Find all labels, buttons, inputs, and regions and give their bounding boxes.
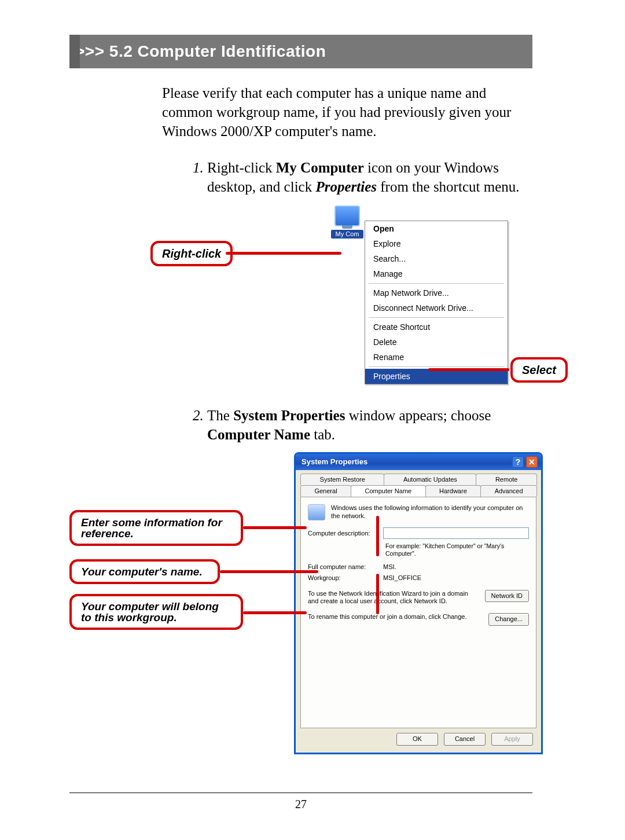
menu-map-drive[interactable]: Map Network Drive... bbox=[365, 285, 508, 300]
description-label: Computer description: bbox=[308, 530, 377, 537]
connector-description-v bbox=[376, 516, 379, 556]
step1-pre: Right-click bbox=[207, 160, 276, 175]
computer-name-panel: Windows uses the following information t… bbox=[300, 497, 536, 728]
tab-strip: System Restore Automatic Updates Remote … bbox=[296, 470, 541, 497]
workgroup-label: Workgroup: bbox=[308, 574, 377, 582]
tab-remote[interactable]: Remote bbox=[476, 474, 537, 485]
fullname-value: MSI. bbox=[383, 563, 396, 571]
connector-right-click bbox=[226, 252, 341, 255]
menu-manage[interactable]: Manage bbox=[365, 266, 508, 281]
callout-description: Enter some information for reference. bbox=[69, 510, 243, 546]
figure-system-properties: System Properties ? ✕ System Restore Aut… bbox=[69, 452, 532, 782]
panel-info-text: Windows uses the following information t… bbox=[331, 504, 529, 519]
close-button[interactable]: ✕ bbox=[526, 456, 538, 468]
intro-paragraph: Please verify that each computer has a u… bbox=[162, 83, 532, 141]
description-hint: For example: "Kitchen Computer" or "Mary… bbox=[385, 542, 529, 557]
step2-pre: The bbox=[207, 408, 233, 423]
step2-post: tab. bbox=[310, 427, 335, 442]
wizard-text: To use the Network Identification Wizard… bbox=[308, 590, 479, 605]
step2-mid: window appears; choose bbox=[345, 408, 491, 423]
dialog-titlebar: System Properties ? ✕ bbox=[296, 454, 541, 470]
step2-b2: Computer Name bbox=[207, 427, 310, 442]
tab-advanced[interactable]: Advanced bbox=[480, 485, 537, 497]
tab-hardware[interactable]: Hardware bbox=[425, 485, 481, 497]
workgroup-value: MSI_OFFICE bbox=[383, 574, 421, 582]
section-heading-text: >>> 5.2 Computer Identification bbox=[69, 42, 326, 61]
menu-open[interactable]: Open bbox=[365, 221, 508, 236]
menu-divider bbox=[369, 366, 504, 367]
my-computer-label: My Com bbox=[331, 230, 363, 239]
steps-list-2: The System Properties window appears; ch… bbox=[174, 406, 532, 444]
menu-delete[interactable]: Delete bbox=[365, 335, 508, 350]
connector-workgroup-v bbox=[376, 574, 379, 614]
page-number: 27 bbox=[295, 798, 307, 810]
callout-workgroup: Your computer will belong to this workgr… bbox=[69, 594, 243, 630]
system-properties-dialog: System Properties ? ✕ System Restore Aut… bbox=[294, 452, 543, 754]
computer-icon bbox=[308, 504, 325, 520]
step2-b1: System Properties bbox=[233, 408, 345, 423]
menu-disconnect-drive[interactable]: Disconnect Network Drive... bbox=[365, 300, 508, 316]
fullname-label: Full computer name: bbox=[308, 563, 377, 571]
step-1: Right-click My Computer icon on your Win… bbox=[207, 158, 532, 196]
monitor-icon bbox=[334, 206, 360, 226]
step1-b2: Properties bbox=[315, 179, 377, 195]
connector-description bbox=[243, 526, 307, 529]
callout-right-click: Right-click bbox=[150, 241, 233, 266]
network-id-button[interactable]: Network ID bbox=[485, 590, 529, 602]
steps-list: Right-click My Computer icon on your Win… bbox=[174, 158, 532, 196]
menu-create-shortcut[interactable]: Create Shortcut bbox=[365, 320, 508, 335]
menu-explore[interactable]: Explore bbox=[365, 236, 508, 251]
apply-button[interactable]: Apply bbox=[491, 733, 533, 745]
tab-general[interactable]: General bbox=[300, 485, 351, 497]
context-menu: Open Explore Search... Manage Map Networ… bbox=[365, 221, 508, 384]
dialog-title: System Properties bbox=[302, 457, 367, 467]
menu-divider bbox=[369, 283, 504, 284]
change-button[interactable]: Change... bbox=[488, 613, 529, 625]
tab-computer-name[interactable]: Computer Name bbox=[351, 485, 426, 497]
change-text: To rename this computer or join a domain… bbox=[308, 613, 483, 621]
tab-system-restore[interactable]: System Restore bbox=[300, 474, 384, 485]
connector-computer-name bbox=[220, 570, 318, 573]
step-2: The System Properties window appears; ch… bbox=[207, 406, 532, 444]
step1-post: from the shortcut menu. bbox=[377, 179, 519, 195]
help-button[interactable]: ? bbox=[512, 456, 524, 468]
step1-b1: My Computer bbox=[276, 160, 364, 175]
dialog-button-row: OK Cancel Apply bbox=[296, 733, 541, 752]
cancel-button[interactable]: Cancel bbox=[444, 733, 486, 745]
page-footer: 27 bbox=[69, 793, 532, 811]
menu-search[interactable]: Search... bbox=[365, 251, 508, 266]
callout-computer-name: Your computer's name. bbox=[69, 559, 220, 584]
description-input[interactable] bbox=[383, 527, 529, 539]
connector-select bbox=[428, 368, 509, 371]
menu-rename[interactable]: Rename bbox=[365, 350, 508, 365]
connector-workgroup bbox=[243, 611, 307, 614]
ok-button[interactable]: OK bbox=[396, 733, 438, 745]
figure-context-menu: My Com Open Explore Search... Manage Map… bbox=[69, 209, 532, 388]
tab-automatic-updates[interactable]: Automatic Updates bbox=[384, 474, 476, 485]
my-computer-icon[interactable]: My Com bbox=[331, 206, 363, 246]
callout-select: Select bbox=[510, 357, 568, 383]
menu-divider bbox=[369, 317, 504, 318]
section-heading: >>> 5.2 Computer Identification bbox=[69, 35, 532, 68]
